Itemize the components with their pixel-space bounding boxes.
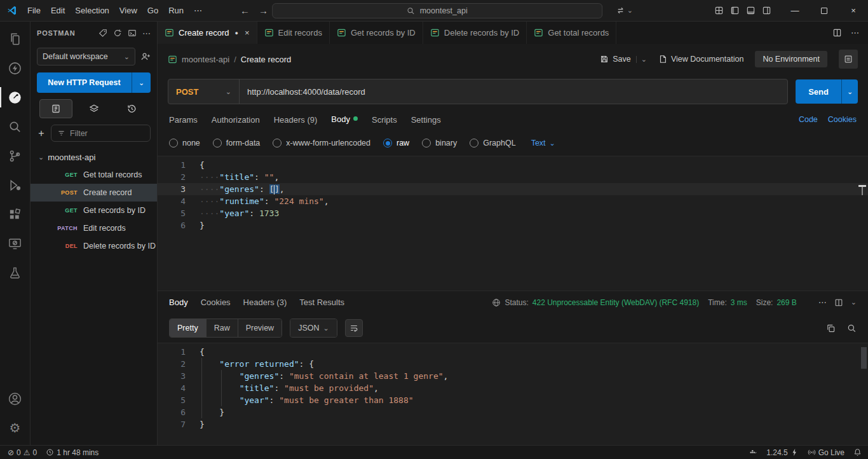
maximize-button[interactable] bbox=[810, 0, 839, 22]
send-dropdown-icon[interactable]: ⌄ bbox=[841, 79, 858, 104]
code-line[interactable]: 5 "year": "must be greater than 1888" bbox=[158, 394, 868, 406]
filter-field[interactable] bbox=[51, 125, 151, 142]
code-line[interactable]: 2····"title": "", bbox=[158, 171, 868, 183]
activity-source-control[interactable] bbox=[0, 141, 31, 170]
response-tab-cookies[interactable]: Cookies bbox=[201, 298, 231, 307]
filter-input[interactable] bbox=[70, 129, 144, 138]
view-pretty-button[interactable]: Pretty bbox=[170, 319, 207, 337]
scrollbar-thumb[interactable] bbox=[861, 347, 867, 369]
tab-create-record[interactable]: Create record ● × bbox=[158, 22, 257, 44]
menu-more-icon[interactable]: ⋯ bbox=[189, 4, 207, 17]
activity-account[interactable] bbox=[0, 384, 31, 413]
go-live-item[interactable]: Go Live bbox=[808, 448, 844, 457]
save-button[interactable]: Save ⌄ bbox=[600, 55, 647, 64]
new-request-chevron[interactable]: ⌄ bbox=[132, 72, 151, 93]
tab-delete-records-by-id[interactable]: Delete records by ID bbox=[423, 22, 527, 44]
close-button[interactable]: × bbox=[839, 0, 868, 22]
split-editor-icon[interactable] bbox=[832, 28, 842, 38]
invite-user-icon[interactable] bbox=[140, 51, 151, 62]
size-value[interactable]: 269 B bbox=[776, 298, 796, 307]
cookies-link[interactable]: Cookies bbox=[828, 115, 857, 124]
response-tab-headers[interactable]: Headers (3) bbox=[243, 298, 287, 307]
code-line[interactable]: 5····"year": 1733 bbox=[158, 207, 868, 219]
request-item-delete-by-id[interactable]: DEL Delete records by ID bbox=[31, 237, 157, 255]
customize-layout-icon[interactable] bbox=[714, 6, 724, 15]
code-line[interactable]: 2 "error returned": { bbox=[158, 358, 868, 370]
activity-settings[interactable]: ⚙ bbox=[0, 413, 31, 442]
sync-icon[interactable] bbox=[113, 29, 122, 38]
menu-file[interactable]: File bbox=[22, 4, 46, 17]
run-control[interactable]: ⌄ bbox=[616, 6, 633, 15]
problems-item[interactable]: ⊘ 0 ⚠ 0 bbox=[8, 448, 37, 457]
environment-select[interactable]: No Environment bbox=[755, 51, 827, 67]
view-documentation-button[interactable]: View Documentation bbox=[658, 55, 743, 64]
time-tracker-item[interactable]: 1 hr 48 mins bbox=[46, 448, 98, 457]
tab-params[interactable]: Params bbox=[169, 115, 198, 125]
radio-form-data[interactable]: form-data bbox=[213, 139, 261, 147]
menu-view[interactable]: View bbox=[114, 4, 142, 17]
activity-thunder-client[interactable] bbox=[0, 53, 31, 83]
toggle-panel-icon[interactable] bbox=[746, 6, 756, 15]
view-raw-button[interactable]: Raw bbox=[207, 319, 238, 337]
add-request-button[interactable]: + bbox=[37, 128, 46, 139]
request-item-edit-records[interactable]: PATCH Edit records bbox=[31, 219, 157, 237]
more-icon[interactable]: ⋯ bbox=[142, 29, 151, 38]
more-actions-icon[interactable]: ⋯ bbox=[851, 28, 859, 38]
code-line[interactable]: 6} bbox=[158, 219, 868, 231]
workspace-select[interactable]: Default workspace ⌄ bbox=[37, 48, 135, 65]
activity-explorer[interactable] bbox=[0, 24, 31, 53]
tab-scripts[interactable]: Scripts bbox=[372, 115, 397, 125]
code-line[interactable]: 1{ bbox=[158, 346, 868, 358]
wrap-lines-button[interactable] bbox=[345, 319, 363, 337]
request-item-create-record[interactable]: POST Create record bbox=[31, 184, 157, 202]
breadcrumb-collection[interactable]: moontest-api bbox=[182, 55, 229, 64]
search-response-icon[interactable] bbox=[847, 324, 857, 333]
code-line[interactable]: 1{ bbox=[158, 159, 868, 171]
open-in-split-icon[interactable] bbox=[834, 298, 843, 307]
forward-button[interactable]: → bbox=[259, 5, 268, 16]
tab-headers[interactable]: Headers (9) bbox=[274, 115, 318, 125]
response-body-editor[interactable]: 1{2 "error returned": {3 "genres": "must… bbox=[158, 343, 868, 445]
request-item-get-by-id[interactable]: GET Get records by ID bbox=[31, 202, 157, 219]
toggle-primary-sidebar-icon[interactable] bbox=[730, 6, 740, 15]
response-tab-body[interactable]: Body bbox=[169, 298, 188, 307]
menu-go[interactable]: Go bbox=[142, 4, 163, 17]
activity-remote-explorer[interactable] bbox=[0, 229, 31, 258]
toggle-secondary-sidebar-icon[interactable] bbox=[762, 6, 771, 15]
console-icon[interactable] bbox=[128, 29, 137, 38]
collection-row[interactable]: ⌄ moontest-api bbox=[31, 148, 157, 166]
view-preview-button[interactable]: Preview bbox=[238, 319, 281, 337]
radio-none[interactable]: none bbox=[169, 139, 200, 147]
environments-tab-button[interactable] bbox=[78, 99, 111, 118]
save-dropdown-icon[interactable]: ⌄ bbox=[636, 56, 647, 63]
close-icon[interactable]: × bbox=[245, 28, 250, 38]
radio-binary[interactable]: binary bbox=[422, 139, 457, 147]
code-line[interactable]: 3 "genres": "must contain at least 1 gen… bbox=[158, 370, 868, 382]
activity-extensions[interactable] bbox=[0, 200, 31, 229]
tab-edit-records[interactable]: Edit records bbox=[257, 22, 330, 44]
request-item-get-total[interactable]: GET Get total records bbox=[31, 166, 157, 184]
minimize-button[interactable]: — bbox=[780, 0, 810, 22]
tab-authorization[interactable]: Authorization bbox=[212, 115, 260, 125]
radio-raw[interactable]: raw bbox=[383, 139, 409, 147]
menu-selection[interactable]: Selection bbox=[70, 4, 114, 17]
code-link[interactable]: Code bbox=[799, 115, 818, 124]
raw-format-select[interactable]: Text ⌄ bbox=[531, 139, 555, 147]
back-button[interactable]: ← bbox=[240, 5, 250, 16]
tab-settings[interactable]: Settings bbox=[411, 115, 441, 125]
version-item[interactable]: 1.24.5 bbox=[766, 448, 798, 457]
collections-tab-button[interactable] bbox=[39, 99, 72, 118]
send-button[interactable]: Send ⌄ bbox=[796, 79, 858, 104]
command-center-search[interactable]: moontest_api bbox=[272, 3, 602, 18]
history-tab-button[interactable] bbox=[115, 99, 148, 118]
environment-quicklook-button[interactable] bbox=[839, 50, 858, 69]
radio-x-www-form-urlencoded[interactable]: x-www-form-urlencoded bbox=[273, 139, 370, 147]
code-line[interactable]: 3····"genres": [], bbox=[158, 183, 868, 195]
format-select[interactable]: JSON ⌄ bbox=[290, 319, 337, 337]
method-select[interactable]: POST ⌄ bbox=[168, 79, 240, 104]
copy-icon[interactable] bbox=[826, 324, 836, 333]
notifications-item[interactable] bbox=[853, 448, 862, 456]
tab-body[interactable]: Body bbox=[331, 114, 358, 124]
activity-testing[interactable] bbox=[0, 258, 31, 287]
code-line[interactable]: 4 "title": "must be provided", bbox=[158, 382, 868, 394]
